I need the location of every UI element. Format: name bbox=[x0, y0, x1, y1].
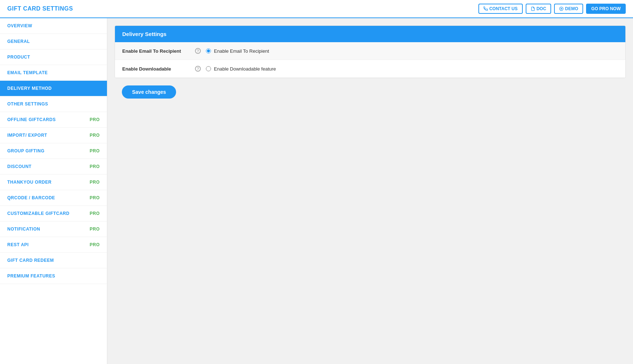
enable-email-label: Enable Email To Recipient bbox=[122, 48, 195, 54]
sidebar-item-import-export[interactable]: IMPORT/ EXPORTPRO bbox=[0, 128, 107, 143]
enable-downloadable-row: Enable Downloadable ? Enable Downloadabl… bbox=[115, 60, 625, 78]
sidebar-item-gift-card-redeem[interactable]: GIFT CARD REDEEM bbox=[0, 253, 107, 268]
sidebar-item-delivery-method[interactable]: DELIVERY METHOD bbox=[0, 81, 107, 96]
contact-us-label: CONTACT US bbox=[489, 6, 518, 11]
demo-label: DEMO bbox=[565, 6, 578, 11]
sidebar-label-gift-card-redeem: GIFT CARD REDEEM bbox=[7, 258, 54, 263]
sidebar-label-thankyou-order: THANKYOU ORDER bbox=[7, 180, 52, 185]
sidebar-label-overview: OVERVIEW bbox=[7, 23, 32, 28]
svg-marker-1 bbox=[561, 8, 562, 9]
sidebar-item-email-template[interactable]: EMAIL TEMPLATE bbox=[0, 65, 107, 81]
sidebar-label-notification: NOTIFICATION bbox=[7, 227, 40, 232]
save-changes-button[interactable]: Save changes bbox=[122, 85, 176, 99]
sidebar-item-rest-api[interactable]: REST APIPRO bbox=[0, 237, 107, 253]
sidebar-item-other-settings[interactable]: OTHER SETTINGS bbox=[0, 96, 107, 112]
help-icon-email[interactable]: ? bbox=[195, 48, 201, 54]
sidebar-label-delivery-method: DELIVERY METHOD bbox=[7, 86, 52, 91]
layout: OVERVIEWGENERALPRODUCTEMAIL TEMPLATEDELI… bbox=[0, 18, 633, 364]
pro-badge-discount: PRO bbox=[89, 164, 100, 169]
sidebar-item-general[interactable]: GENERAL bbox=[0, 34, 107, 49]
header-buttons: CONTACT US DOC DEMO GO PRO NOW bbox=[478, 4, 626, 14]
panel-title: Delivery Settings bbox=[122, 31, 167, 37]
pro-badge-group-gifting: PRO bbox=[89, 148, 100, 153]
sidebar-item-thankyou-order[interactable]: THANKYOU ORDERPRO bbox=[0, 175, 107, 190]
enable-email-control: Enable Email To Recipient bbox=[206, 48, 269, 54]
sidebar-label-rest-api: REST API bbox=[7, 242, 29, 247]
sidebar-label-group-gifting: GROUP GIFTING bbox=[7, 148, 44, 153]
sidebar-item-premium-features[interactable]: PREMIUM FEATURES bbox=[0, 268, 107, 284]
doc-label: DOC bbox=[537, 6, 546, 11]
pro-badge-thankyou-order: PRO bbox=[89, 180, 100, 185]
sidebar: OVERVIEWGENERALPRODUCTEMAIL TEMPLATEDELI… bbox=[0, 18, 107, 364]
go-pro-button[interactable]: GO PRO NOW bbox=[586, 4, 626, 14]
doc-icon bbox=[531, 7, 535, 11]
main-content: Delivery Settings Enable Email To Recipi… bbox=[107, 18, 633, 364]
pro-badge-rest-api: PRO bbox=[89, 242, 100, 247]
sidebar-label-other-settings: OTHER SETTINGS bbox=[7, 101, 48, 107]
sidebar-label-customizable-giftcard: CUSTOMIZABLE GIFTCARD bbox=[7, 211, 69, 216]
sidebar-item-customizable-giftcard[interactable]: CUSTOMIZABLE GIFTCARDPRO bbox=[0, 206, 107, 221]
enable-downloadable-label: Enable Downloadable bbox=[122, 66, 195, 72]
sidebar-item-discount[interactable]: DISCOUNTPRO bbox=[0, 159, 107, 175]
sidebar-item-overview[interactable]: OVERVIEW bbox=[0, 18, 107, 34]
sidebar-label-import-export: IMPORT/ EXPORT bbox=[7, 133, 47, 138]
demo-icon bbox=[559, 7, 564, 11]
go-pro-label: GO PRO NOW bbox=[591, 6, 621, 11]
pro-badge-qrcode-barcode: PRO bbox=[89, 195, 100, 200]
pro-badge-customizable-giftcard: PRO bbox=[89, 211, 100, 216]
contact-us-button[interactable]: CONTACT US bbox=[478, 4, 523, 14]
settings-panel: Delivery Settings Enable Email To Recipi… bbox=[115, 25, 626, 78]
enable-email-row: Enable Email To Recipient ? Enable Email… bbox=[115, 42, 625, 60]
phone-icon bbox=[483, 7, 488, 11]
page-title: GIFT CARD SETTINGS bbox=[7, 5, 73, 12]
sidebar-label-discount: DISCOUNT bbox=[7, 164, 32, 169]
sidebar-label-offline-giftcards: OFFLINE GIFTCARDS bbox=[7, 117, 56, 122]
demo-button[interactable]: DEMO bbox=[554, 4, 583, 14]
sidebar-item-offline-giftcards[interactable]: OFFLINE GIFTCARDSPRO bbox=[0, 112, 107, 128]
enable-downloadable-control: Enable Downloadable feature bbox=[206, 66, 276, 72]
svg-point-0 bbox=[560, 7, 563, 11]
help-icon-downloadable[interactable]: ? bbox=[195, 66, 201, 72]
pro-badge-import-export: PRO bbox=[89, 133, 100, 138]
enable-email-control-label: Enable Email To Recipient bbox=[214, 48, 269, 54]
panel-header: Delivery Settings bbox=[115, 26, 625, 42]
doc-button[interactable]: DOC bbox=[526, 4, 552, 14]
sidebar-item-group-gifting[interactable]: GROUP GIFTINGPRO bbox=[0, 143, 107, 159]
sidebar-label-product: PRODUCT bbox=[7, 55, 30, 60]
enable-downloadable-radio[interactable] bbox=[206, 66, 211, 71]
enable-downloadable-control-label: Enable Downloadable feature bbox=[214, 66, 276, 72]
sidebar-item-qrcode-barcode[interactable]: QRCODE / BARCODEPRO bbox=[0, 190, 107, 206]
sidebar-item-notification[interactable]: NOTIFICATIONPRO bbox=[0, 221, 107, 237]
sidebar-label-email-template: EMAIL TEMPLATE bbox=[7, 70, 48, 75]
sidebar-label-premium-features: PREMIUM FEATURES bbox=[7, 273, 55, 279]
sidebar-label-general: GENERAL bbox=[7, 39, 30, 44]
enable-email-radio[interactable] bbox=[206, 48, 211, 53]
sidebar-item-product[interactable]: PRODUCT bbox=[0, 49, 107, 65]
enable-email-help: ? bbox=[195, 48, 206, 54]
header: GIFT CARD SETTINGS CONTACT US DOC DEMO G… bbox=[0, 0, 633, 18]
pro-badge-notification: PRO bbox=[89, 227, 100, 232]
enable-downloadable-help: ? bbox=[195, 66, 206, 72]
pro-badge-offline-giftcards: PRO bbox=[89, 117, 100, 122]
sidebar-label-qrcode-barcode: QRCODE / BARCODE bbox=[7, 195, 55, 200]
